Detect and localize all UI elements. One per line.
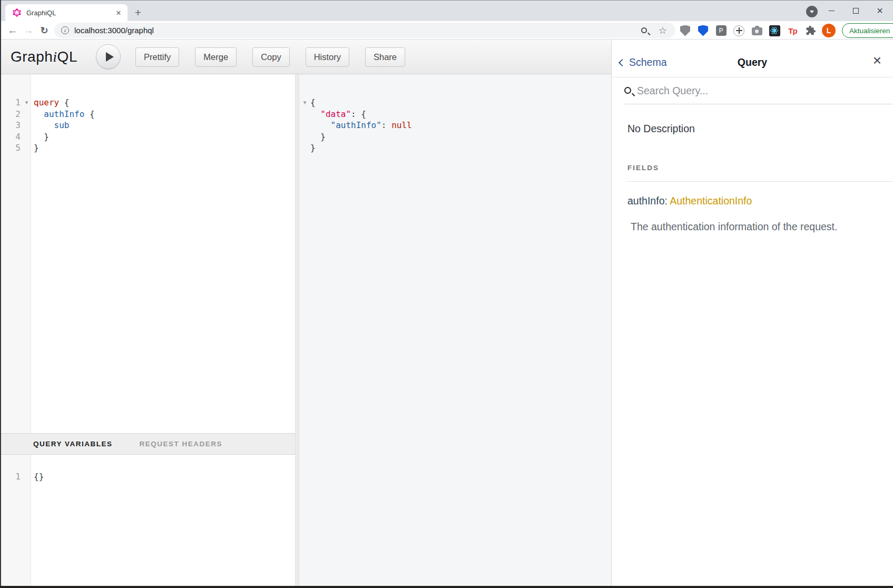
field-type-link[interactable]: AuthenticationInfo	[670, 195, 752, 207]
toolbar-buttons: Prettify Merge Copy History Share	[135, 47, 405, 67]
code-text[interactable]: }	[31, 132, 49, 142]
code-line: 1{}	[1, 471, 295, 483]
fold-arrow-icon[interactable]: ▾	[22, 100, 31, 105]
code-text[interactable]: "data": {	[310, 109, 366, 119]
code-line: ▾{	[299, 97, 611, 109]
tab-close-icon[interactable]: ×	[114, 8, 123, 17]
line-number: 1	[1, 472, 22, 482]
prettify-button[interactable]: Prettify	[135, 47, 179, 67]
browser-tab-graphiql[interactable]: GraphiQL ×	[5, 4, 127, 21]
p-extension-icon[interactable]: P	[714, 24, 728, 37]
update-chrome-button[interactable]: Aktualisieren ⋮	[842, 23, 893, 38]
extensions-puzzle-icon[interactable]	[804, 24, 817, 37]
line-number: 2	[1, 109, 22, 119]
docs-field-description: The authentication information of the re…	[631, 221, 837, 233]
fields-divider	[626, 181, 893, 182]
window-edge-top	[0, 0, 893, 1]
atom-icon	[769, 25, 780, 36]
play-icon	[106, 52, 114, 62]
merge-button[interactable]: Merge	[195, 47, 237, 67]
docs-header: Schema Query ×	[612, 40, 893, 77]
copy-button[interactable]: Copy	[252, 47, 290, 67]
code-line: 1▾query {	[1, 97, 295, 109]
code-text[interactable]: {	[310, 97, 316, 107]
back-button[interactable]: ←	[5, 23, 20, 38]
code-line: }	[299, 131, 611, 143]
window-minimize-button[interactable]	[819, 0, 843, 21]
result-code: ▾{ "data": { "authInfo": null }}	[299, 97, 611, 154]
url-text[interactable]: localhost:3000/graphql	[74, 26, 641, 35]
bookmark-star-icon[interactable]: ☆	[659, 26, 667, 35]
search-icon	[624, 87, 631, 94]
code-text[interactable]: query {	[31, 97, 69, 107]
tab-request-headers[interactable]: REQUEST HEADERS	[140, 440, 223, 448]
ublock-extension-icon[interactable]	[679, 24, 692, 37]
page-info-icon[interactable]: i	[61, 26, 69, 34]
line-number: 1	[1, 97, 22, 107]
search-underline	[625, 104, 893, 104]
line-number: 4	[1, 132, 22, 142]
code-text[interactable]: sub	[31, 120, 69, 130]
browser-window: GraphiQL × + × ← → ↻ i localhost:3000/gr…	[0, 0, 893, 588]
screenshot-camera-icon[interactable]	[750, 24, 763, 37]
tab-query-variables[interactable]: QUERY VARIABLES	[33, 440, 113, 448]
fold-arrow-icon[interactable]: ▾	[299, 100, 310, 105]
tp-extension-icon[interactable]: Tp	[786, 24, 799, 37]
new-tab-button[interactable]: +	[131, 5, 145, 20]
blue-shield-icon	[698, 25, 708, 36]
code-text[interactable]: }	[31, 143, 39, 153]
query-code: 1▾query {2 authInfo {3 sub4 }5}	[1, 97, 295, 154]
camera-icon	[752, 27, 762, 35]
result-viewer-pane[interactable]: ▾{ "data": { "authInfo": null }}	[299, 74, 611, 586]
code-line: 3 sub	[1, 120, 295, 131]
code-line: "data": {	[299, 109, 611, 120]
move-cross-icon	[733, 25, 744, 36]
profile-avatar[interactable]: L	[822, 24, 836, 37]
graphiql-logo: GraphiQL	[11, 48, 77, 65]
reload-button[interactable]: ↻	[37, 23, 52, 38]
window-maximize-button[interactable]	[843, 0, 868, 21]
code-text[interactable]: }	[310, 143, 316, 153]
code-line: }	[299, 142, 611, 154]
window-close-button[interactable]: ×	[868, 0, 892, 21]
docs-field-authinfo: authInfo: AuthenticationInfo	[627, 195, 752, 207]
query-editor-pane[interactable]: 1▾query {2 authInfo {3 sub4 }5} QUERY VA…	[1, 74, 295, 586]
bitwarden-extension-icon[interactable]	[696, 24, 710, 37]
react-devtools-icon[interactable]	[768, 24, 781, 37]
gray-shield-icon	[680, 25, 690, 36]
forward-button[interactable]: →	[21, 23, 36, 38]
extensions-row: P Tp L Aktualisieren ⋮	[679, 23, 893, 38]
browser-titlebar: GraphiQL × + ×	[0, 0, 893, 21]
docs-panel: Schema Query × No Description FIELDS aut…	[611, 40, 893, 586]
update-label: Aktualisieren	[849, 27, 890, 35]
code-text[interactable]: "authInfo": null	[310, 120, 412, 130]
code-text[interactable]: }	[310, 132, 326, 142]
line-number: 5	[1, 143, 22, 153]
code-text[interactable]: authInfo {	[31, 109, 95, 119]
graphql-favicon-icon	[13, 8, 21, 17]
docs-search-input[interactable]	[637, 83, 848, 99]
code-line: 2 authInfo {	[1, 109, 295, 120]
move-extension-icon[interactable]	[732, 24, 745, 37]
docs-no-description: No Description	[627, 123, 695, 135]
chevron-down-icon	[810, 11, 814, 13]
history-button[interactable]: History	[306, 47, 349, 67]
line-number: 3	[1, 120, 22, 130]
zoom-indicator-icon[interactable]	[641, 27, 647, 33]
execute-query-button[interactable]	[96, 44, 121, 69]
docs-close-button[interactable]: ×	[873, 53, 881, 68]
docs-title: Query	[612, 56, 893, 68]
tab-search-button[interactable]	[806, 6, 818, 17]
docs-search-box	[612, 77, 893, 104]
minimize-icon	[829, 11, 835, 11]
window-edge-bottom	[0, 586, 893, 588]
pane-resize-divider[interactable]	[295, 74, 299, 586]
address-bar[interactable]: i localhost:3000/graphql ☆	[54, 23, 675, 38]
field-name-link[interactable]: authInfo	[627, 195, 664, 207]
code-line: 4 }	[1, 131, 295, 143]
docs-fields-heading: FIELDS	[627, 164, 659, 172]
code-line: "authInfo": null	[299, 120, 611, 131]
share-button[interactable]: Share	[365, 47, 405, 67]
variables-tab-bar: QUERY VARIABLES REQUEST HEADERS	[1, 433, 295, 455]
code-text[interactable]: {}	[31, 472, 44, 482]
